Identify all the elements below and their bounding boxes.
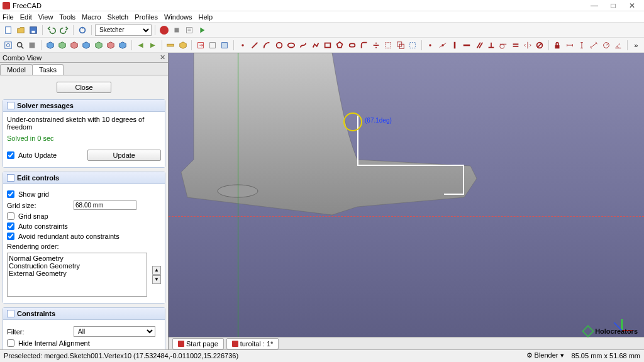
angle-icon[interactable] (613, 40, 623, 51)
macro-play-icon[interactable] (196, 25, 208, 36)
panel-close-icon[interactable]: ✕ (160, 53, 165, 62)
refresh-icon[interactable] (77, 25, 88, 36)
line-icon[interactable] (249, 40, 260, 51)
macro-stop-icon[interactable] (171, 25, 182, 36)
menu-help[interactable]: Help (199, 13, 213, 21)
view-left-icon[interactable] (118, 40, 128, 51)
window-maximize[interactable]: □ (604, 1, 623, 10)
view-top-icon[interactable] (69, 40, 80, 51)
leave-sketch-icon[interactable] (195, 40, 206, 51)
ellipse-icon[interactable] (286, 40, 296, 51)
move-down-icon[interactable]: ▼ (152, 275, 161, 284)
more-icon[interactable]: » (631, 40, 641, 51)
update-button[interactable]: Update (87, 150, 161, 161)
toolbar-view-sketch: ◄ ► » (0, 38, 644, 53)
polygon-icon[interactable] (335, 40, 345, 51)
svg-point-9 (6, 43, 9, 47)
view-iso-icon[interactable] (45, 40, 55, 51)
edit-header[interactable]: Edit controls (3, 172, 165, 184)
move-up-icon[interactable]: ▲ (152, 266, 161, 275)
perpendicular-icon[interactable] (486, 40, 496, 51)
menu-macro[interactable]: Macro (82, 13, 101, 21)
angle-readout: (67.1deg) (365, 117, 392, 124)
vertical-icon[interactable] (449, 40, 460, 51)
constraints-header[interactable]: Constraints (3, 308, 165, 320)
menu-sketch[interactable]: Sketch (108, 13, 129, 21)
nav-style[interactable]: ⚙ Blender ▾ (526, 351, 564, 359)
3d-viewport[interactable]: (67.1deg) Start page turoital : 1* Holoc… (169, 53, 644, 349)
rectangle-icon[interactable] (322, 40, 333, 51)
tab-tasks[interactable]: Tasks (32, 64, 64, 75)
hide-alignment-check[interactable] (7, 339, 14, 347)
close-button[interactable]: Close (57, 82, 111, 93)
avoid-redundant-check[interactable] (7, 233, 14, 240)
tab-model[interactable]: Model (0, 64, 33, 75)
menu-windows[interactable]: Windows (164, 13, 192, 21)
view-rear-icon[interactable] (93, 40, 104, 51)
solver-header[interactable]: Solver messages (3, 100, 165, 112)
tab-start-page[interactable]: Start page (172, 338, 224, 349)
menu-profiles[interactable]: Profiles (135, 13, 158, 21)
symmetric-icon[interactable] (522, 40, 533, 51)
circle-icon[interactable] (274, 40, 284, 51)
zoom-fit-icon[interactable] (3, 40, 13, 51)
workbench-select[interactable]: Sketcher (95, 25, 152, 36)
parallel-icon[interactable] (474, 40, 484, 51)
radius-icon[interactable] (601, 40, 611, 51)
undo-icon[interactable] (46, 25, 57, 36)
point-on-icon[interactable] (437, 40, 448, 51)
hdist-icon[interactable] (564, 40, 575, 51)
vdist-icon[interactable] (576, 40, 587, 51)
svg-line-18 (252, 42, 258, 48)
filter-select[interactable]: All (74, 326, 155, 337)
render-order-list[interactable]: Normal Geometry Construction Geometry Ex… (7, 253, 147, 297)
macro-record-icon[interactable] (158, 25, 170, 36)
open-icon[interactable] (15, 25, 26, 36)
macro-list-icon[interactable] (184, 25, 195, 36)
fillet-icon[interactable] (358, 40, 369, 51)
auto-constraints-check[interactable] (7, 222, 14, 230)
zoom-icon[interactable] (14, 40, 25, 51)
point-icon[interactable] (237, 40, 248, 51)
nav-next-icon[interactable]: ► (147, 40, 158, 51)
save-icon[interactable] (28, 25, 39, 36)
show-grid-check[interactable] (7, 190, 14, 198)
window-close[interactable]: ✕ (623, 1, 641, 10)
polyline-icon[interactable] (310, 40, 321, 51)
arc-icon[interactable] (262, 40, 272, 51)
map-sketch-icon[interactable] (219, 40, 230, 51)
redo-icon[interactable] (58, 25, 70, 36)
slot-icon[interactable] (347, 40, 357, 51)
grid-snap-check[interactable] (7, 212, 14, 220)
view-bottom-icon[interactable] (105, 40, 116, 51)
trim-icon[interactable] (371, 40, 382, 51)
part-icon[interactable] (177, 40, 188, 51)
view-right-icon[interactable] (81, 40, 92, 51)
draw-style-icon[interactable] (27, 40, 38, 51)
bspline-icon[interactable] (298, 40, 309, 51)
nav-prev-icon[interactable]: ◄ (135, 40, 146, 51)
menu-tools[interactable]: Tools (59, 13, 75, 21)
lock-icon[interactable] (552, 40, 563, 51)
length-icon[interactable] (589, 40, 599, 51)
carbon-copy-icon[interactable] (395, 40, 406, 51)
view-sketch-icon[interactable] (208, 40, 218, 51)
grid-size-input[interactable] (74, 200, 136, 210)
block-icon[interactable] (535, 40, 545, 51)
menu-edit[interactable]: Edit (20, 13, 32, 21)
equal-icon[interactable] (510, 40, 521, 51)
menu-view[interactable]: View (38, 13, 53, 21)
coincident-icon[interactable] (425, 40, 436, 51)
tab-tutorial[interactable]: turoital : 1* (226, 338, 279, 349)
menu-file[interactable]: File (3, 13, 14, 21)
measure-icon[interactable] (165, 40, 176, 51)
auto-update-check[interactable] (7, 151, 14, 159)
new-icon[interactable] (3, 25, 14, 36)
window-minimize[interactable]: — (585, 1, 604, 10)
tangent-icon[interactable] (498, 40, 509, 51)
external-geom-icon[interactable] (383, 40, 394, 51)
horizontal-icon[interactable] (462, 40, 472, 51)
view-front-icon[interactable] (57, 40, 67, 51)
construction-icon[interactable] (407, 40, 418, 51)
x-axis-line (169, 216, 644, 217)
